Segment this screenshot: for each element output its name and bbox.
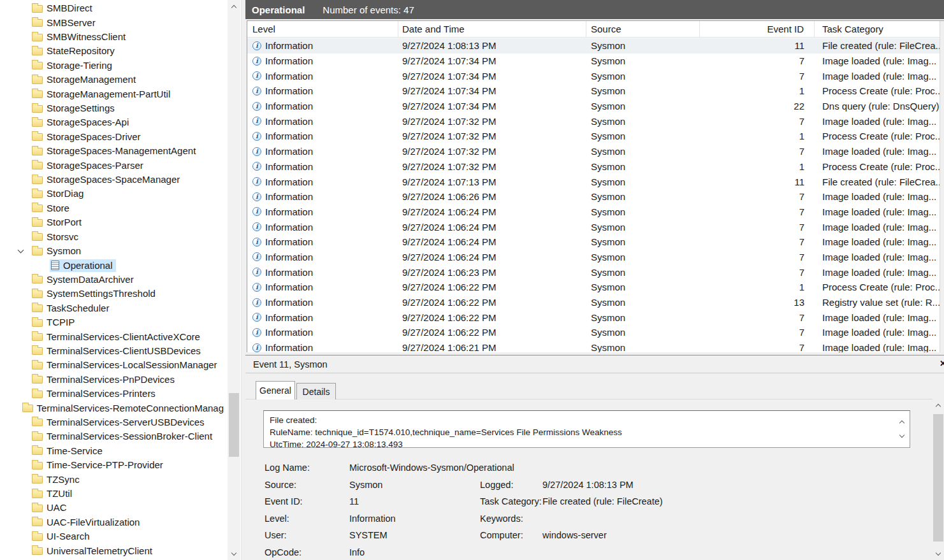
tree-item-uac-filevirtualization[interactable]: UAC-FileVirtualization (0, 515, 227, 529)
tree-item-tcpip[interactable]: TCPIP (0, 315, 227, 329)
event-row-selected[interactable]: iInformation9/27/2024 1:08:13 PMSysmon11… (247, 38, 940, 54)
event-row[interactable]: iInformation9/27/2024 1:07:32 PMSysmon1P… (247, 129, 940, 144)
event-row[interactable]: iInformation9/27/2024 1:06:24 PMSysmon7I… (247, 219, 940, 234)
column-header-task-category[interactable]: Task Category (815, 21, 944, 37)
tree-item-storagespaces-api[interactable]: StorageSpaces-Api (0, 115, 227, 129)
tree-item-universaltelemetryclient[interactable]: UniversalTelemetryClient (0, 543, 227, 557)
event-row[interactable]: iInformation9/27/2024 1:06:24 PMSysmon7I… (247, 234, 940, 250)
tree-item-taskscheduler[interactable]: TaskScheduler (0, 301, 227, 315)
tree-item-systemsettingsthreshold[interactable]: SystemSettingsThreshold (0, 287, 227, 301)
event-row[interactable]: iInformation9/27/2024 1:06:22 PMSysmon1P… (247, 280, 940, 295)
event-row[interactable]: iInformation9/27/2024 1:07:34 PMSysmon7I… (247, 68, 940, 83)
tree-item-label: Time-Service (47, 445, 103, 456)
event-task-category: File created (rule: FileCrea... (815, 40, 940, 51)
event-row[interactable]: iInformation9/27/2024 1:06:22 PMSysmon13… (247, 295, 940, 310)
tree-item-storagespaces-managementagent[interactable]: StorageSpaces-ManagementAgent (0, 144, 227, 158)
scroll-up-icon[interactable] (228, 1, 240, 11)
tree-item-terminalservices-sessionbroker-client[interactable]: TerminalServices-SessionBroker-Client (0, 429, 227, 443)
detail-scroll-down-icon[interactable] (933, 549, 944, 559)
tree-item-storagemanagement[interactable]: StorageManagement (0, 73, 227, 87)
tree-item-storagemanagement-partutil[interactable]: StorageManagement-PartUtil (0, 87, 227, 101)
event-row[interactable]: iInformation9/27/2024 1:06:26 PMSysmon7I… (247, 189, 940, 205)
event-id: 7 (700, 327, 815, 338)
message-scroll-down-icon[interactable] (900, 431, 904, 441)
event-row[interactable]: iInformation9/27/2024 1:06:22 PMSysmon7I… (247, 325, 940, 340)
column-header-source[interactable]: Source (586, 21, 700, 37)
folder-icon (32, 291, 43, 298)
information-icon: i (252, 222, 261, 231)
tree-scrollbar[interactable] (228, 0, 240, 560)
tree-item-storagespaces-driver[interactable]: StorageSpaces-Driver (0, 130, 227, 144)
tree-item-terminalservices-clientactivexcore[interactable]: TerminalServices-ClientActiveXCore (0, 329, 227, 343)
detail-scrollbar-thumb[interactable] (933, 414, 943, 542)
tree-item-terminalservices-remoteconnectionmanag[interactable]: TerminalServices-RemoteConnectionManag (0, 401, 227, 415)
tree-item-storage-tiering[interactable]: Storage-Tiering (0, 59, 227, 73)
tab-details[interactable]: Details (296, 383, 336, 399)
event-level: Information (265, 236, 313, 247)
event-row[interactable]: iInformation9/27/2024 1:07:34 PMSysmon22… (247, 99, 940, 114)
tree-item-label: StorageSpaces-Driver (47, 131, 141, 142)
event-source: Sysmon (586, 327, 700, 338)
event-id: 11 (700, 40, 815, 51)
close-icon[interactable]: ✕ (940, 359, 944, 368)
tree-item-storagespaces-spacemanager[interactable]: StorageSpaces-SpaceManager (0, 173, 227, 187)
tree-item-terminalservices-serverusbdevices[interactable]: TerminalServices-ServerUSBDevices (0, 415, 227, 429)
scroll-down-icon[interactable] (228, 549, 240, 559)
tree-item-storagespaces-parser[interactable]: StorageSpaces-Parser (0, 158, 227, 172)
chevron-down-icon[interactable] (17, 247, 24, 254)
event-row[interactable]: iInformation9/27/2024 1:06:24 PMSysmon7I… (247, 205, 940, 220)
information-icon: i (252, 87, 261, 96)
event-row[interactable]: iInformation9/27/2024 1:07:13 PMSysmon11… (247, 174, 940, 189)
tree-item-storagesettings[interactable]: StorageSettings (0, 101, 227, 115)
detail-scroll-up-icon[interactable] (933, 400, 944, 410)
event-id: 7 (700, 252, 815, 262)
event-id: 7 (700, 116, 815, 127)
tree-item-ui-search[interactable]: UI-Search (0, 529, 227, 543)
tree-item-time-service-ptp-provider[interactable]: Time-Service-PTP-Provider (0, 458, 227, 472)
tree-scrollbar-thumb[interactable] (229, 393, 239, 457)
event-level: Information (265, 342, 313, 352)
event-row[interactable]: iInformation9/27/2024 1:07:34 PMSysmon7I… (247, 54, 940, 69)
tab-general[interactable]: General (256, 381, 295, 399)
event-message-box[interactable]: File created:RuleName: technique_id=T157… (263, 410, 910, 448)
tree-item-terminalservices-clientusbdevices[interactable]: TerminalServices-ClientUSBDevices (0, 344, 227, 358)
event-task-category: Dns query (rule: DnsQuery) (815, 101, 940, 111)
detail-scrollbar[interactable] (933, 399, 944, 560)
tree-item-smbserver[interactable]: SMBServer (0, 15, 227, 29)
column-header-level[interactable]: Level (247, 21, 398, 37)
event-row[interactable]: iInformation9/27/2024 1:06:22 PMSysmon7I… (247, 310, 940, 325)
tree-item-terminalservices-pnpdevices[interactable]: TerminalServices-PnPDevices (0, 373, 227, 387)
tree-item-uac[interactable]: UAC (0, 501, 227, 515)
information-icon: i (252, 102, 261, 111)
event-level: Information (265, 252, 313, 262)
tree-item-smbwitnessclient[interactable]: SMBWitnessClient (0, 30, 227, 44)
event-row[interactable]: iInformation9/27/2024 1:07:34 PMSysmon1P… (247, 83, 940, 99)
event-row[interactable]: iInformation9/27/2024 1:07:32 PMSysmon7I… (247, 144, 940, 159)
column-header-date-and-time[interactable]: Date and Time (398, 21, 586, 37)
event-row[interactable]: iInformation9/27/2024 1:07:32 PMSysmon1P… (247, 159, 940, 175)
tree-item-label: StorageSpaces-ManagementAgent (47, 145, 196, 156)
tree-item-tzutil[interactable]: TZUtil (0, 487, 227, 501)
field-value: Information (349, 513, 480, 524)
event-row[interactable]: iInformation9/27/2024 1:06:21 PMSysmon7I… (247, 340, 940, 352)
folder-icon (32, 533, 43, 541)
event-row[interactable]: iInformation9/27/2024 1:06:23 PMSysmon7I… (247, 264, 940, 280)
event-datetime: 9/27/2024 1:06:26 PM (398, 191, 586, 202)
event-row[interactable]: iInformation9/27/2024 1:07:32 PMSysmon7I… (247, 113, 940, 129)
event-id: 13 (700, 297, 815, 308)
tree-item-terminalservices-printers[interactable]: TerminalServices-Printers (0, 387, 227, 401)
tree-item-tzsync[interactable]: TZSync (0, 472, 227, 486)
column-header-event-id[interactable]: Event ID (700, 21, 815, 37)
message-scroll-up-icon[interactable] (900, 417, 904, 427)
tree-item-time-service[interactable]: Time-Service (0, 444, 227, 458)
event-row[interactable]: iInformation9/27/2024 1:06:24 PMSysmon7I… (247, 250, 940, 265)
tree-item-smbdirect[interactable]: SMBDirect (0, 1, 227, 15)
information-icon: i (252, 268, 261, 276)
field-label: Computer: (480, 530, 542, 540)
tree-item-staterepository[interactable]: StateRepository (0, 44, 227, 58)
tree-item-terminalservices-localsessionmanager[interactable]: TerminalServices-LocalSessionManager (0, 358, 227, 372)
event-datetime: 9/27/2024 1:06:24 PM (398, 222, 586, 233)
event-level: Information (265, 146, 313, 157)
event-table-scrollbar[interactable] (940, 21, 944, 352)
event-detail-title: Event 11, Sysmon (253, 359, 328, 370)
